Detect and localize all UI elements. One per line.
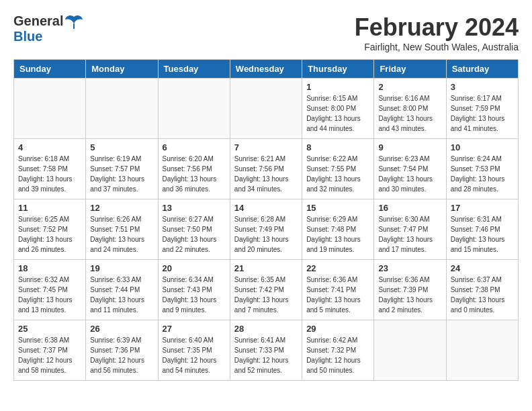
calendar-week-row: 4Sunrise: 6:18 AM Sunset: 7:58 PM Daylig… (14, 139, 519, 199)
calendar-cell: 8Sunrise: 6:22 AM Sunset: 7:55 PM Daylig… (302, 139, 374, 199)
day-number: 4 (18, 142, 81, 152)
day-number: 20 (163, 263, 226, 273)
calendar-cell: 28Sunrise: 6:41 AM Sunset: 7:33 PM Dayli… (230, 320, 302, 381)
calendar-cell: 22Sunrise: 6:36 AM Sunset: 7:41 PM Dayli… (302, 260, 374, 320)
calendar-cell: 16Sunrise: 6:30 AM Sunset: 7:47 PM Dayli… (374, 199, 446, 260)
calendar-col-header: Monday (86, 60, 158, 79)
day-number: 21 (234, 263, 298, 273)
day-info: Sunrise: 6:38 AM Sunset: 7:37 PM Dayligh… (18, 335, 81, 375)
day-number: 1 (306, 82, 369, 92)
day-number: 18 (18, 263, 81, 273)
day-info: Sunrise: 6:26 AM Sunset: 7:51 PM Dayligh… (90, 214, 153, 255)
day-info: Sunrise: 6:29 AM Sunset: 7:48 PM Dayligh… (306, 214, 369, 255)
day-info: Sunrise: 6:23 AM Sunset: 7:54 PM Dayligh… (378, 154, 441, 194)
calendar-cell: 27Sunrise: 6:40 AM Sunset: 7:35 PM Dayli… (158, 320, 230, 381)
day-number: 28 (234, 324, 298, 334)
day-number: 23 (378, 263, 441, 273)
day-number: 6 (163, 142, 226, 152)
calendar-cell: 21Sunrise: 6:35 AM Sunset: 7:42 PM Dayli… (230, 260, 302, 320)
calendar-cell: 25Sunrise: 6:38 AM Sunset: 7:37 PM Dayli… (14, 320, 86, 381)
day-number: 3 (451, 82, 514, 92)
page-header: General Blue February 2024 Fairlight, Ne… (13, 13, 519, 52)
calendar-cell: 15Sunrise: 6:29 AM Sunset: 7:48 PM Dayli… (302, 199, 374, 260)
calendar-cell: 5Sunrise: 6:19 AM Sunset: 7:57 PM Daylig… (86, 139, 158, 199)
calendar-cell: 20Sunrise: 6:34 AM Sunset: 7:43 PM Dayli… (158, 260, 230, 320)
day-info: Sunrise: 6:25 AM Sunset: 7:52 PM Dayligh… (18, 214, 81, 255)
day-number: 7 (234, 142, 298, 152)
logo-bird-icon (64, 14, 83, 29)
calendar-cell: 26Sunrise: 6:39 AM Sunset: 7:36 PM Dayli… (86, 320, 158, 381)
day-info: Sunrise: 6:36 AM Sunset: 7:39 PM Dayligh… (378, 275, 441, 315)
day-info: Sunrise: 6:28 AM Sunset: 7:49 PM Dayligh… (234, 214, 298, 255)
calendar-cell: 2Sunrise: 6:16 AM Sunset: 8:00 PM Daylig… (374, 79, 446, 139)
calendar-cell: 10Sunrise: 6:24 AM Sunset: 7:53 PM Dayli… (446, 139, 518, 199)
location-subtitle: Fairlight, New South Wales, Australia (355, 42, 519, 52)
month-year-title: February 2024 (355, 13, 519, 42)
day-info: Sunrise: 6:30 AM Sunset: 7:47 PM Dayligh… (378, 214, 441, 255)
day-info: Sunrise: 6:18 AM Sunset: 7:58 PM Dayligh… (18, 154, 81, 194)
logo-blue-text: Blue (13, 29, 42, 44)
day-info: Sunrise: 6:37 AM Sunset: 7:38 PM Dayligh… (451, 275, 514, 315)
day-number: 5 (90, 142, 153, 152)
logo-general-text: General (13, 13, 63, 29)
calendar-cell: 18Sunrise: 6:32 AM Sunset: 7:45 PM Dayli… (14, 260, 86, 320)
day-number: 12 (90, 203, 153, 213)
calendar-cell: 17Sunrise: 6:31 AM Sunset: 7:46 PM Dayli… (446, 199, 518, 260)
day-number: 29 (306, 324, 369, 334)
day-info: Sunrise: 6:31 AM Sunset: 7:46 PM Dayligh… (451, 214, 514, 255)
day-info: Sunrise: 6:40 AM Sunset: 7:35 PM Dayligh… (163, 335, 226, 375)
day-info: Sunrise: 6:17 AM Sunset: 7:59 PM Dayligh… (451, 93, 514, 134)
calendar-cell: 13Sunrise: 6:27 AM Sunset: 7:50 PM Dayli… (158, 199, 230, 260)
calendar-week-row: 18Sunrise: 6:32 AM Sunset: 7:45 PM Dayli… (14, 260, 519, 320)
day-info: Sunrise: 6:42 AM Sunset: 7:32 PM Dayligh… (306, 335, 369, 375)
day-info: Sunrise: 6:33 AM Sunset: 7:44 PM Dayligh… (90, 275, 153, 315)
calendar-cell: 6Sunrise: 6:20 AM Sunset: 7:56 PM Daylig… (158, 139, 230, 199)
day-info: Sunrise: 6:16 AM Sunset: 8:00 PM Dayligh… (378, 93, 441, 134)
day-info: Sunrise: 6:22 AM Sunset: 7:55 PM Dayligh… (306, 154, 369, 194)
day-number: 11 (18, 203, 81, 213)
calendar-cell (374, 320, 446, 381)
day-number: 27 (163, 324, 226, 334)
day-info: Sunrise: 6:41 AM Sunset: 7:33 PM Dayligh… (234, 335, 298, 375)
calendar-col-header: Thursday (302, 60, 374, 79)
calendar-week-row: 25Sunrise: 6:38 AM Sunset: 7:37 PM Dayli… (14, 320, 519, 381)
day-number: 22 (306, 263, 369, 273)
day-info: Sunrise: 6:35 AM Sunset: 7:42 PM Dayligh… (234, 275, 298, 315)
day-number: 16 (378, 203, 441, 213)
day-number: 25 (18, 324, 81, 334)
day-info: Sunrise: 6:32 AM Sunset: 7:45 PM Dayligh… (18, 275, 81, 315)
calendar-cell: 29Sunrise: 6:42 AM Sunset: 7:32 PM Dayli… (302, 320, 374, 381)
calendar-week-row: 1Sunrise: 6:15 AM Sunset: 8:00 PM Daylig… (14, 79, 519, 139)
day-info: Sunrise: 6:15 AM Sunset: 8:00 PM Dayligh… (306, 93, 369, 134)
calendar-col-header: Sunday (14, 60, 86, 79)
day-info: Sunrise: 6:34 AM Sunset: 7:43 PM Dayligh… (163, 275, 226, 315)
calendar-col-header: Wednesday (230, 60, 302, 79)
calendar-cell: 1Sunrise: 6:15 AM Sunset: 8:00 PM Daylig… (302, 79, 374, 139)
day-number: 17 (451, 203, 514, 213)
day-number: 14 (234, 203, 298, 213)
day-number: 15 (306, 203, 369, 213)
day-number: 24 (451, 263, 514, 273)
day-info: Sunrise: 6:27 AM Sunset: 7:50 PM Dayligh… (163, 214, 226, 255)
logo: General Blue (13, 13, 83, 44)
calendar-cell: 23Sunrise: 6:36 AM Sunset: 7:39 PM Dayli… (374, 260, 446, 320)
day-info: Sunrise: 6:19 AM Sunset: 7:57 PM Dayligh… (90, 154, 153, 194)
title-block: February 2024 Fairlight, New South Wales… (355, 13, 519, 52)
calendar-col-header: Friday (374, 60, 446, 79)
calendar-cell: 4Sunrise: 6:18 AM Sunset: 7:58 PM Daylig… (14, 139, 86, 199)
day-number: 2 (378, 82, 441, 92)
day-number: 13 (163, 203, 226, 213)
calendar-cell (86, 79, 158, 139)
calendar-col-header: Saturday (446, 60, 518, 79)
calendar-cell: 11Sunrise: 6:25 AM Sunset: 7:52 PM Dayli… (14, 199, 86, 260)
day-number: 9 (378, 142, 441, 152)
day-info: Sunrise: 6:21 AM Sunset: 7:56 PM Dayligh… (234, 154, 298, 194)
calendar-cell: 7Sunrise: 6:21 AM Sunset: 7:56 PM Daylig… (230, 139, 302, 199)
calendar-cell: 12Sunrise: 6:26 AM Sunset: 7:51 PM Dayli… (86, 199, 158, 260)
calendar-cell (14, 79, 86, 139)
day-number: 8 (306, 142, 369, 152)
day-number: 26 (90, 324, 153, 334)
day-number: 10 (451, 142, 514, 152)
calendar-cell: 14Sunrise: 6:28 AM Sunset: 7:49 PM Dayli… (230, 199, 302, 260)
calendar-cell: 19Sunrise: 6:33 AM Sunset: 7:44 PM Dayli… (86, 260, 158, 320)
